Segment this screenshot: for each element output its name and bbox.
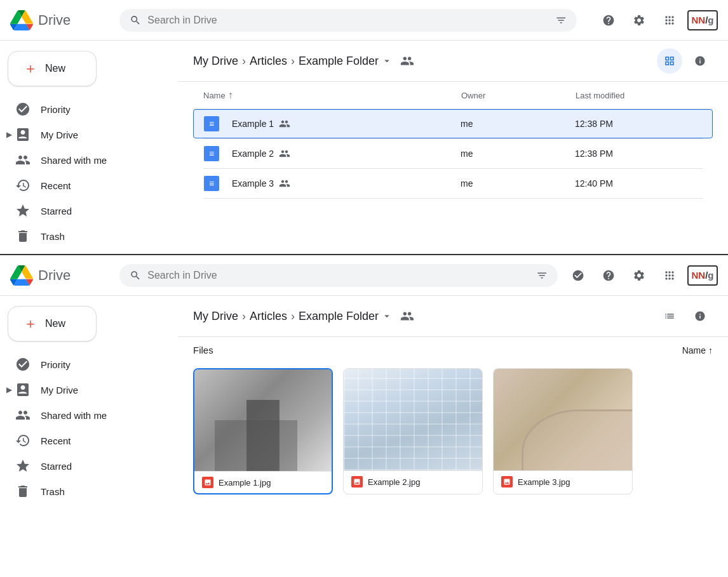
- sidebar-label-shared-1: Shared with me: [41, 155, 107, 166]
- check-circle-icon-1: [15, 102, 30, 117]
- file-name-cell-2: ≡ Example 2: [204, 146, 461, 161]
- grid-item[interactable]: Example 1.jpg: [193, 368, 333, 494]
- sidebar-item-mydrive-2[interactable]: ▶ My Drive: [0, 377, 178, 402]
- file-modified-2: 12:38 PM: [575, 149, 702, 159]
- sidebar-label-trash-1: Trash: [41, 231, 65, 242]
- table-row[interactable]: ≡ Example 1 me 12:38 PM: [193, 109, 713, 138]
- breadcrumb-mydrive-1[interactable]: My Drive: [193, 55, 238, 68]
- settings-button-2[interactable]: [626, 263, 652, 288]
- logo-text-2: Drive: [38, 267, 71, 284]
- sort-label-text: Name: [682, 345, 706, 355]
- sidebar-item-mydrive-1[interactable]: ▶ My Drive: [0, 122, 178, 147]
- sidebar-label-starred-1: Starred: [41, 206, 72, 216]
- sidebar-label-trash-2: Trash: [41, 486, 65, 497]
- doc-icon-1: ≡: [204, 116, 219, 131]
- list-view-button-2[interactable]: [657, 303, 682, 329]
- breadcrumb-mydrive-2[interactable]: My Drive: [193, 310, 238, 323]
- search-bar-1[interactable]: [119, 9, 577, 32]
- sidebar-item-recent-2[interactable]: Recent: [0, 428, 178, 453]
- sidebar-label-priority-1: Priority: [41, 104, 71, 115]
- grid-item[interactable]: Example 3.jpg: [493, 368, 633, 494]
- search-icon-1: [130, 14, 141, 27]
- jpg-icon-3: [501, 476, 513, 487]
- file-owner-2: me: [461, 149, 575, 159]
- chevron-down-icon-1[interactable]: [381, 55, 393, 67]
- table-row[interactable]: ≡ Example 3 me 12:40 PM: [193, 169, 713, 198]
- help-button-2[interactable]: [596, 263, 621, 288]
- sidebar-item-trash-1[interactable]: Trash: [0, 223, 178, 249]
- chevron-down-icon-2[interactable]: [381, 310, 393, 322]
- main-layout-2: ＋ New Priority ▶ My Drive Shared with me…: [0, 296, 728, 509]
- table-row[interactable]: ≡ Example 2 me 12:38 PM: [193, 139, 713, 168]
- sort-label[interactable]: Name ↑: [682, 345, 713, 355]
- drive-logo-icon-2: [10, 264, 33, 287]
- breadcrumb-2: My Drive › Articles › Example Folder: [178, 296, 728, 337]
- topbar-1: Drive NN/g: [0, 0, 728, 41]
- search-bar-2[interactable]: [119, 264, 558, 287]
- sort-arrow-name-1[interactable]: ↑: [228, 90, 233, 101]
- drive-logo-icon: [10, 9, 33, 32]
- topbar-right-2: NN/g: [565, 263, 718, 288]
- sidebar-item-priority-1[interactable]: Priority: [0, 96, 178, 122]
- logo-text-1: Drive: [38, 12, 71, 29]
- sidebar-item-recent-1[interactable]: Recent: [0, 173, 178, 198]
- people-share-icon-1[interactable]: [400, 54, 414, 68]
- apps-button-1[interactable]: [657, 8, 682, 33]
- trash-icon-2: [15, 484, 30, 499]
- grid-item-footer-3: Example 3.jpg: [494, 470, 632, 493]
- drive-icon-2: [15, 382, 30, 397]
- arrow-mydrive-1: ▶: [6, 130, 12, 139]
- avatar-1[interactable]: NN/g: [687, 10, 718, 30]
- info-button-1[interactable]: [687, 48, 713, 74]
- jpg-icon-2: [351, 476, 363, 487]
- sidebar-item-trash-2[interactable]: Trash: [0, 479, 178, 504]
- file-name-2: Example 2: [232, 149, 274, 159]
- grid-filename-2: Example 2.jpg: [368, 477, 420, 487]
- filter-icon-2[interactable]: [536, 269, 548, 282]
- grid-filename-3: Example 3.jpg: [518, 477, 570, 487]
- grid-thumb-1: [194, 369, 332, 471]
- sidebar-item-shared-1[interactable]: Shared with me: [0, 147, 178, 173]
- breadcrumb-current-1: Example Folder: [299, 55, 393, 68]
- check-circle-icon-2: [15, 357, 30, 372]
- table-header-1: Name ↑ Owner Last modified: [193, 82, 713, 109]
- search-icon-2: [130, 269, 141, 282]
- topbar-right-1: NN/g: [596, 8, 718, 33]
- grid-thumb-3: [494, 369, 632, 470]
- drive-icon-1: [15, 127, 30, 142]
- people-icon-1: [15, 152, 30, 168]
- search-input-1[interactable]: [147, 15, 548, 26]
- col-modified-label-1: Last modified: [576, 91, 703, 100]
- files-label: Files: [193, 345, 213, 355]
- sidebar-label-recent-1: Recent: [41, 180, 71, 191]
- sidebar-item-shared-2[interactable]: Shared with me: [0, 402, 178, 428]
- sidebar-label-priority-2: Priority: [41, 359, 71, 370]
- sidebar-label-starred-2: Starred: [41, 461, 72, 472]
- content-1: My Drive › Articles › Example Folder: [178, 41, 728, 254]
- avatar-2[interactable]: NN/g: [687, 265, 718, 286]
- grid-item-footer-1: Example 1.jpg: [194, 471, 332, 493]
- apps-button-2[interactable]: [657, 263, 682, 288]
- people-share-icon-2[interactable]: [400, 309, 414, 323]
- sidebar-item-starred-2[interactable]: Starred: [0, 453, 178, 479]
- clock-icon-1: [15, 178, 30, 193]
- sidebar-item-starred-1[interactable]: Starred: [0, 198, 178, 223]
- star-icon-2: [15, 458, 30, 474]
- content-2: My Drive › Articles › Example Folder: [178, 296, 728, 509]
- new-button-2[interactable]: ＋ New: [8, 306, 97, 342]
- breadcrumb-1: My Drive › Articles › Example Folder: [178, 41, 728, 82]
- check-circle-button-2[interactable]: [565, 263, 591, 288]
- breadcrumb-articles-1[interactable]: Articles: [250, 55, 287, 68]
- filter-icon-1[interactable]: [555, 14, 567, 27]
- help-button-1[interactable]: [596, 8, 621, 33]
- search-input-2[interactable]: [147, 270, 529, 281]
- grid-item[interactable]: Example 2.jpg: [343, 368, 483, 494]
- new-button-1[interactable]: ＋ New: [8, 51, 97, 86]
- settings-button-1[interactable]: [626, 8, 652, 33]
- sidebar-item-priority-2[interactable]: Priority: [0, 352, 178, 377]
- file-name-cell-3: ≡ Example 3: [204, 176, 461, 191]
- breadcrumb-articles-2[interactable]: Articles: [250, 310, 287, 323]
- info-button-2[interactable]: [687, 303, 713, 329]
- grid-view-button-1[interactable]: [657, 48, 682, 74]
- trash-icon-1: [15, 229, 30, 244]
